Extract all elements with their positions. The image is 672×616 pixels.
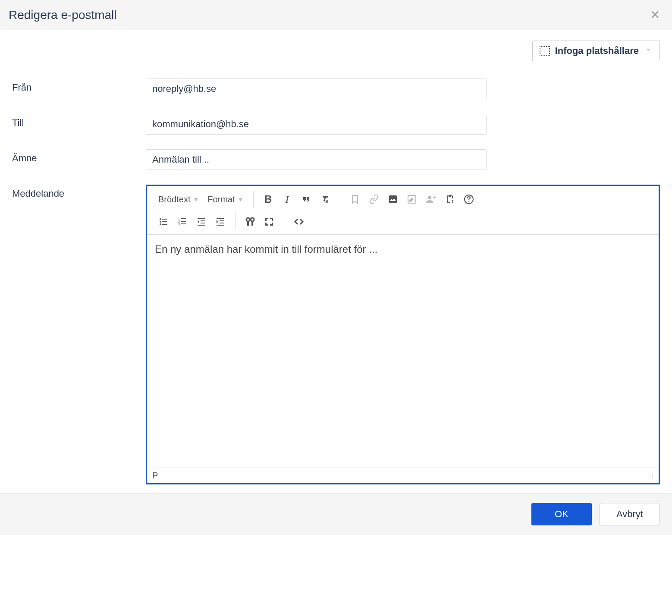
svg-rect-19: [201, 223, 205, 223]
from-label: Från: [12, 79, 146, 93]
paragraph-style-dropdown[interactable]: Brödtext ▼: [154, 192, 203, 207]
dialog-title: Redigera e-postmall: [9, 8, 117, 22]
svg-rect-15: [181, 221, 186, 222]
from-input[interactable]: [146, 79, 487, 99]
image-button[interactable]: [383, 190, 402, 209]
caret-down-icon: ▼: [238, 196, 244, 203]
top-action-row: Infoga platshållare: [0, 30, 672, 61]
dialog-footer: OK Avbryt: [0, 493, 672, 535]
subject-label: Ämne: [12, 149, 146, 164]
help-button[interactable]: [459, 190, 478, 209]
svg-point-29: [652, 473, 653, 474]
fullscreen-button[interactable]: [260, 212, 279, 231]
toolbar-separator: [235, 212, 236, 229]
message-label: Meddelande: [12, 185, 146, 199]
indent-button[interactable]: [211, 212, 230, 231]
svg-rect-8: [162, 219, 167, 220]
unordered-list-button[interactable]: [154, 212, 173, 231]
toolbar-group-view: [237, 210, 282, 232]
blockquote-button[interactable]: [297, 190, 316, 209]
editor-text: En ny anmälan har kommit in till formulä…: [155, 243, 377, 255]
toolbar-group-text: B I: [255, 189, 338, 210]
format-dropdown[interactable]: Format ▼: [203, 192, 248, 207]
from-row: Från: [12, 79, 660, 99]
rich-text-editor: Brödtext ▼ Format ▼ B I: [146, 185, 660, 484]
editor-status-bar: P: [147, 468, 659, 483]
svg-point-6: [160, 221, 161, 223]
svg-text:3: 3: [178, 223, 180, 226]
placeholder-icon: [540, 46, 550, 56]
chevron-down-icon: [644, 45, 653, 57]
format-label: Format: [207, 195, 235, 204]
svg-rect-9: [162, 221, 167, 222]
toolbar-separator: [284, 212, 284, 229]
bookmark-button[interactable]: [345, 190, 364, 209]
svg-point-7: [160, 223, 161, 225]
svg-rect-22: [220, 220, 224, 221]
svg-point-33: [650, 477, 651, 478]
subject-input[interactable]: [146, 149, 487, 170]
caret-down-icon: ▼: [193, 196, 199, 203]
close-icon[interactable]: ✕: [647, 8, 663, 22]
svg-point-4: [468, 201, 469, 202]
paragraph-style-label: Brödtext: [158, 195, 190, 204]
outdent-button[interactable]: [192, 212, 211, 231]
resize-grip-icon[interactable]: [647, 471, 653, 480]
svg-rect-23: [220, 223, 224, 223]
svg-point-25: [246, 218, 250, 221]
subject-row: Ämne: [12, 149, 660, 170]
clear-format-button[interactable]: [316, 190, 335, 209]
svg-rect-16: [181, 223, 186, 224]
toolbar-group-source: [286, 210, 312, 232]
edit-button[interactable]: [402, 190, 421, 209]
svg-rect-10: [162, 224, 167, 225]
insert-placeholder-button[interactable]: Infoga platshållare: [532, 41, 660, 61]
toolbar-separator: [253, 191, 254, 208]
toolbar-separator: [340, 191, 340, 208]
link-button[interactable]: [364, 190, 383, 209]
svg-rect-21: [217, 218, 224, 219]
insert-placeholder-label: Infoga platshållare: [555, 45, 639, 57]
editor-body[interactable]: En ny anmälan har kommit in till formulä…: [147, 235, 659, 468]
bold-button[interactable]: B: [259, 190, 278, 209]
toolbar-group-paragraph: Brödtext ▼ Format ▼: [151, 189, 251, 210]
svg-point-26: [251, 218, 254, 221]
toolbar-group-insert: T: [342, 189, 482, 210]
svg-point-1: [428, 196, 431, 199]
element-path[interactable]: P: [152, 471, 158, 481]
svg-rect-27: [247, 221, 249, 226]
to-label: Till: [12, 114, 146, 129]
svg-rect-17: [198, 218, 205, 219]
message-row: Meddelande Brödtext ▼ Format ▼ B: [12, 185, 660, 484]
svg-point-32: [649, 477, 650, 478]
ordered-list-button[interactable]: 123: [173, 212, 192, 231]
toolbar-group-list: 123: [151, 210, 233, 232]
svg-rect-28: [251, 221, 253, 226]
ok-button[interactable]: OK: [531, 503, 592, 525]
svg-rect-24: [217, 225, 224, 226]
user-button[interactable]: [421, 190, 440, 209]
svg-rect-14: [181, 218, 186, 219]
to-row: Till: [12, 114, 660, 135]
form-area: Från Till Ämne Meddelande Brödtext ▼ For…: [0, 61, 672, 493]
svg-point-31: [652, 475, 653, 476]
find-replace-button[interactable]: [241, 212, 260, 231]
svg-point-5: [160, 218, 161, 220]
to-input[interactable]: [146, 114, 487, 135]
paste-text-button[interactable]: T: [440, 190, 459, 209]
cancel-button[interactable]: Avbryt: [600, 503, 660, 525]
svg-point-30: [650, 475, 651, 476]
italic-button[interactable]: I: [278, 190, 297, 209]
svg-rect-20: [198, 225, 205, 226]
source-code-button[interactable]: [289, 212, 308, 231]
svg-point-34: [652, 477, 653, 478]
dialog-header: Redigera e-postmall ✕: [0, 0, 672, 30]
svg-rect-18: [201, 220, 205, 221]
svg-text:T: T: [451, 199, 454, 204]
editor-toolbar: Brödtext ▼ Format ▼ B I: [147, 186, 659, 235]
